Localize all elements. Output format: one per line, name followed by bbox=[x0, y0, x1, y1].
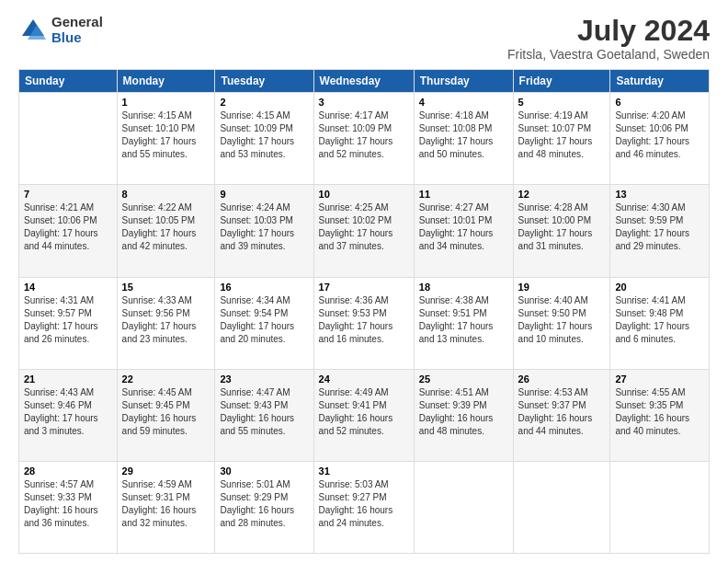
calendar-cell: 27Sunrise: 4:55 AM Sunset: 9:35 PM Dayli… bbox=[610, 369, 710, 461]
calendar-cell: 21Sunrise: 4:43 AM Sunset: 9:46 PM Dayli… bbox=[19, 369, 118, 461]
calendar-week-2: 7Sunrise: 4:21 AM Sunset: 10:06 PM Dayli… bbox=[19, 185, 710, 277]
day-info: Sunrise: 4:40 AM Sunset: 9:50 PM Dayligh… bbox=[518, 294, 606, 346]
calendar-week-3: 14Sunrise: 4:31 AM Sunset: 9:57 PM Dayli… bbox=[19, 277, 710, 369]
calendar-table: SundayMondayTuesdayWednesdayThursdayFrid… bbox=[18, 69, 710, 554]
day-number: 28 bbox=[24, 465, 112, 477]
calendar-cell: 25Sunrise: 4:51 AM Sunset: 9:39 PM Dayli… bbox=[414, 369, 513, 461]
day-info: Sunrise: 4:45 AM Sunset: 9:45 PM Dayligh… bbox=[122, 386, 210, 438]
day-info: Sunrise: 4:36 AM Sunset: 9:53 PM Dayligh… bbox=[319, 294, 409, 346]
day-info: Sunrise: 4:51 AM Sunset: 9:39 PM Dayligh… bbox=[419, 386, 508, 438]
day-info: Sunrise: 4:34 AM Sunset: 9:54 PM Dayligh… bbox=[220, 294, 308, 346]
calendar-cell: 7Sunrise: 4:21 AM Sunset: 10:06 PM Dayli… bbox=[19, 185, 118, 277]
day-info: Sunrise: 4:18 AM Sunset: 10:08 PM Daylig… bbox=[419, 109, 508, 161]
day-info: Sunrise: 4:41 AM Sunset: 9:48 PM Dayligh… bbox=[615, 294, 704, 346]
calendar-cell: 6Sunrise: 4:20 AM Sunset: 10:06 PM Dayli… bbox=[610, 93, 710, 185]
day-number: 11 bbox=[419, 189, 508, 200]
day-info: Sunrise: 4:24 AM Sunset: 10:03 PM Daylig… bbox=[220, 201, 308, 253]
day-number: 16 bbox=[220, 282, 308, 293]
day-number: 5 bbox=[518, 97, 606, 108]
header: General Blue July 2024 Fritsla, Vaestra … bbox=[18, 15, 710, 62]
day-number: 30 bbox=[220, 465, 308, 477]
day-number: 10 bbox=[319, 189, 409, 200]
calendar-week-4: 21Sunrise: 4:43 AM Sunset: 9:46 PM Dayli… bbox=[19, 369, 710, 461]
day-info: Sunrise: 4:59 AM Sunset: 9:31 PM Dayligh… bbox=[122, 478, 210, 530]
day-number: 13 bbox=[615, 189, 704, 200]
day-number: 1 bbox=[122, 97, 210, 108]
calendar-cell: 22Sunrise: 4:45 AM Sunset: 9:45 PM Dayli… bbox=[117, 369, 215, 461]
day-info: Sunrise: 4:22 AM Sunset: 10:05 PM Daylig… bbox=[122, 201, 210, 253]
day-info: Sunrise: 5:01 AM Sunset: 9:29 PM Dayligh… bbox=[220, 478, 308, 530]
calendar-cell: 29Sunrise: 4:59 AM Sunset: 9:31 PM Dayli… bbox=[117, 461, 215, 553]
day-number: 23 bbox=[220, 373, 308, 385]
calendar-cell: 13Sunrise: 4:30 AM Sunset: 9:59 PM Dayli… bbox=[610, 185, 710, 277]
day-info: Sunrise: 4:25 AM Sunset: 10:02 PM Daylig… bbox=[319, 201, 409, 253]
calendar-cell: 15Sunrise: 4:33 AM Sunset: 9:56 PM Dayli… bbox=[117, 277, 215, 369]
title-block: July 2024 Fritsla, Vaestra Goetaland, Sw… bbox=[507, 15, 710, 62]
calendar-cell: 4Sunrise: 4:18 AM Sunset: 10:08 PM Dayli… bbox=[414, 93, 513, 185]
day-info: Sunrise: 4:38 AM Sunset: 9:51 PM Dayligh… bbox=[419, 294, 508, 346]
calendar-cell: 20Sunrise: 4:41 AM Sunset: 9:48 PM Dayli… bbox=[610, 277, 710, 369]
calendar-cell bbox=[610, 461, 710, 553]
calendar-cell bbox=[414, 461, 513, 553]
calendar-cell: 23Sunrise: 4:47 AM Sunset: 9:43 PM Dayli… bbox=[215, 369, 313, 461]
day-number: 29 bbox=[122, 465, 210, 477]
calendar-cell: 19Sunrise: 4:40 AM Sunset: 9:50 PM Dayli… bbox=[513, 277, 610, 369]
day-number: 22 bbox=[122, 373, 210, 385]
calendar-cell: 1Sunrise: 4:15 AM Sunset: 10:10 PM Dayli… bbox=[117, 93, 215, 185]
calendar-header-wednesday: Wednesday bbox=[313, 70, 414, 93]
calendar-cell: 10Sunrise: 4:25 AM Sunset: 10:02 PM Dayl… bbox=[313, 185, 414, 277]
calendar-header-tuesday: Tuesday bbox=[215, 70, 313, 93]
calendar-cell: 30Sunrise: 5:01 AM Sunset: 9:29 PM Dayli… bbox=[215, 461, 313, 553]
calendar-week-1: 1Sunrise: 4:15 AM Sunset: 10:10 PM Dayli… bbox=[19, 93, 710, 185]
day-info: Sunrise: 4:43 AM Sunset: 9:46 PM Dayligh… bbox=[24, 386, 112, 438]
day-number: 7 bbox=[24, 189, 112, 200]
day-info: Sunrise: 4:47 AM Sunset: 9:43 PM Dayligh… bbox=[220, 386, 308, 438]
calendar-cell: 31Sunrise: 5:03 AM Sunset: 9:27 PM Dayli… bbox=[313, 461, 414, 553]
calendar-header-saturday: Saturday bbox=[610, 70, 710, 93]
calendar-header-monday: Monday bbox=[117, 70, 215, 93]
logo: General Blue bbox=[18, 15, 103, 45]
calendar-header-row: SundayMondayTuesdayWednesdayThursdayFrid… bbox=[19, 70, 710, 93]
day-number: 21 bbox=[24, 373, 112, 385]
day-number: 2 bbox=[220, 97, 308, 108]
day-info: Sunrise: 5:03 AM Sunset: 9:27 PM Dayligh… bbox=[319, 478, 409, 530]
logo-icon bbox=[18, 16, 48, 45]
day-number: 14 bbox=[24, 282, 112, 293]
day-number: 4 bbox=[419, 97, 508, 108]
calendar-cell: 5Sunrise: 4:19 AM Sunset: 10:07 PM Dayli… bbox=[513, 93, 610, 185]
day-number: 17 bbox=[319, 282, 409, 293]
day-number: 20 bbox=[615, 282, 704, 293]
calendar-cell: 3Sunrise: 4:17 AM Sunset: 10:09 PM Dayli… bbox=[313, 93, 414, 185]
day-number: 24 bbox=[319, 373, 409, 385]
day-number: 27 bbox=[615, 373, 704, 385]
day-info: Sunrise: 4:21 AM Sunset: 10:06 PM Daylig… bbox=[24, 201, 112, 253]
day-info: Sunrise: 4:15 AM Sunset: 10:09 PM Daylig… bbox=[220, 109, 308, 161]
day-info: Sunrise: 4:30 AM Sunset: 9:59 PM Dayligh… bbox=[615, 201, 704, 253]
day-number: 6 bbox=[615, 97, 704, 108]
day-info: Sunrise: 4:17 AM Sunset: 10:09 PM Daylig… bbox=[319, 109, 409, 161]
day-number: 8 bbox=[122, 189, 210, 200]
day-info: Sunrise: 4:15 AM Sunset: 10:10 PM Daylig… bbox=[122, 109, 210, 161]
day-number: 18 bbox=[419, 282, 508, 293]
day-number: 19 bbox=[518, 282, 606, 293]
calendar-cell: 16Sunrise: 4:34 AM Sunset: 9:54 PM Dayli… bbox=[215, 277, 313, 369]
calendar-cell: 24Sunrise: 4:49 AM Sunset: 9:41 PM Dayli… bbox=[313, 369, 414, 461]
subtitle: Fritsla, Vaestra Goetaland, Sweden bbox=[507, 47, 710, 62]
logo-general-text: General bbox=[51, 15, 103, 30]
day-info: Sunrise: 4:57 AM Sunset: 9:33 PM Dayligh… bbox=[24, 478, 112, 530]
calendar-cell: 28Sunrise: 4:57 AM Sunset: 9:33 PM Dayli… bbox=[19, 461, 118, 553]
day-info: Sunrise: 4:31 AM Sunset: 9:57 PM Dayligh… bbox=[24, 294, 112, 346]
calendar-header-friday: Friday bbox=[513, 70, 610, 93]
calendar-cell: 14Sunrise: 4:31 AM Sunset: 9:57 PM Dayli… bbox=[19, 277, 118, 369]
day-number: 12 bbox=[518, 189, 606, 200]
day-number: 25 bbox=[419, 373, 508, 385]
day-number: 26 bbox=[518, 373, 606, 385]
day-info: Sunrise: 4:20 AM Sunset: 10:06 PM Daylig… bbox=[615, 109, 704, 161]
calendar-cell: 9Sunrise: 4:24 AM Sunset: 10:03 PM Dayli… bbox=[215, 185, 313, 277]
day-number: 3 bbox=[319, 97, 409, 108]
calendar-cell: 11Sunrise: 4:27 AM Sunset: 10:01 PM Dayl… bbox=[414, 185, 513, 277]
day-info: Sunrise: 4:33 AM Sunset: 9:56 PM Dayligh… bbox=[122, 294, 210, 346]
calendar-cell: 18Sunrise: 4:38 AM Sunset: 9:51 PM Dayli… bbox=[414, 277, 513, 369]
calendar-cell: 26Sunrise: 4:53 AM Sunset: 9:37 PM Dayli… bbox=[513, 369, 610, 461]
calendar-cell: 12Sunrise: 4:28 AM Sunset: 10:00 PM Dayl… bbox=[513, 185, 610, 277]
